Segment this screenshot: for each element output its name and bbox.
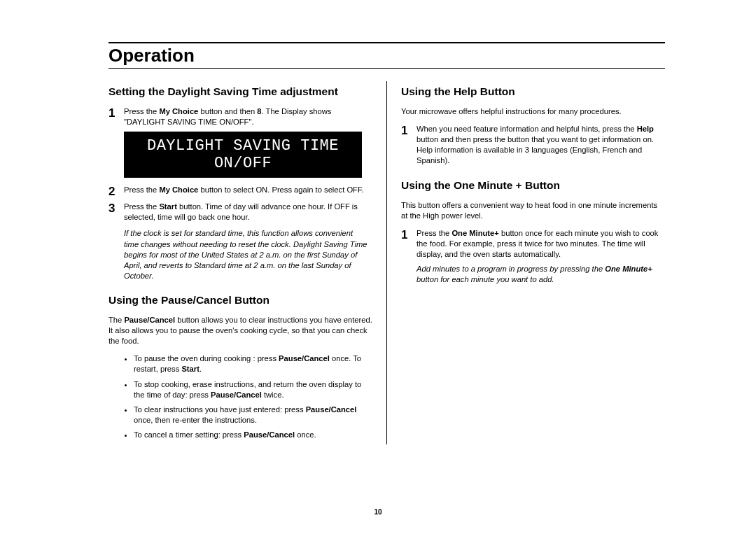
- list-item: To stop cooking, erase instructions, and…: [134, 379, 372, 400]
- section-help-title: Using the Help Button: [401, 85, 665, 98]
- left-column: Setting the Daylight Saving Time adjustm…: [108, 81, 386, 444]
- microwave-display: DAYLIGHT SAVING TIME ON/OFF: [124, 132, 362, 178]
- list-item: To clear instructions you have just ente…: [134, 405, 372, 426]
- step-number: 3: [108, 202, 124, 223]
- step-body: Press the My Choice button and then 8. T…: [124, 106, 372, 127]
- oneminute-intro: This button offers a convenient way to h…: [401, 200, 665, 221]
- dst-step-1: 1 Press the My Choice button and then 8.…: [108, 106, 372, 127]
- list-item: To pause the oven during cooking : press…: [134, 353, 372, 374]
- help-intro: Your microwave offers helpful instructio…: [401, 106, 665, 117]
- pause-intro: The Pause/Cancel button allows you to cl…: [108, 315, 372, 346]
- step-body: Press the Start button. Time of day will…: [124, 202, 372, 223]
- list-item: To cancel a timer setting: press Pause/C…: [134, 430, 372, 440]
- step-number: 1: [108, 106, 124, 127]
- top-rule: [108, 42, 665, 43]
- page-title: Operation: [108, 45, 665, 66]
- oneminute-note: Add minutes to a program in progress by …: [401, 264, 665, 285]
- section-dst-title: Setting the Daylight Saving Time adjustm…: [108, 85, 372, 98]
- step-body: Press the One Minute+ button once for ea…: [416, 228, 665, 260]
- step-body: When you need feature information and he…: [416, 124, 665, 166]
- step-number: 1: [401, 124, 416, 166]
- content-columns: Setting the Daylight Saving Time adjustm…: [108, 81, 665, 444]
- title-underline: [108, 68, 665, 69]
- help-step-1: 1 When you need feature information and …: [401, 124, 665, 166]
- dst-note: If the clock is set for standard time, t…: [108, 228, 372, 281]
- section-pause-title: Using the Pause/Cancel Button: [108, 294, 372, 307]
- dst-step-2: 2 Press the My Choice button to select O…: [108, 185, 372, 197]
- dst-step-3: 3 Press the Start button. Time of day wi…: [108, 202, 372, 223]
- section-oneminute-title: Using the One Minute + Button: [401, 179, 665, 192]
- right-column: Using the Help Button Your microwave off…: [386, 81, 665, 444]
- pause-bullets: To pause the oven during cooking : press…: [108, 353, 372, 440]
- step-number: 1: [401, 228, 416, 260]
- page-number: 10: [0, 508, 756, 516]
- step-body: Press the My Choice button to select ON.…: [124, 185, 364, 197]
- step-number: 2: [108, 185, 124, 197]
- oneminute-step-1: 1 Press the One Minute+ button once for …: [401, 228, 665, 260]
